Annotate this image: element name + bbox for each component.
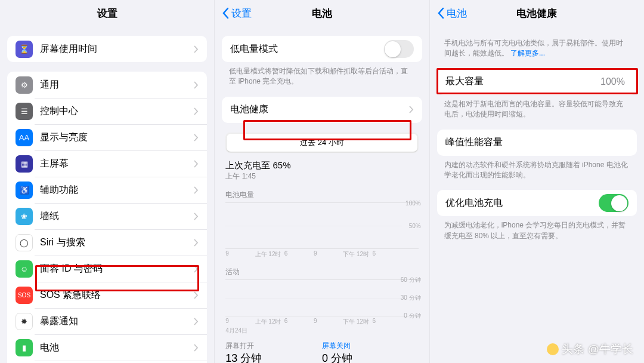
row-控制中心[interactable]: ☰控制中心 [7,98,207,124]
battery-icon: ▮ [16,339,33,356]
chevron-right-icon [194,107,199,115]
gear-icon: ⚙ [16,76,33,94]
hourglass-icon: ⏳ [16,41,33,58]
faceid-icon: ☺ [16,260,33,278]
back-to-settings[interactable]: 设置 [222,0,252,26]
row-optimized-charging[interactable]: 优化电池充电 [437,190,637,216]
last-charge-time: 上午 1:45 [215,171,429,182]
chevron-right-icon [194,160,199,168]
seg-last-24h[interactable]: 过去 24 小时 [227,134,417,152]
battery-level-chart: 100% 50% [225,202,418,249]
low-power-switch[interactable] [384,40,414,58]
row-battery-health[interactable]: 电池健康 [222,97,422,123]
screen-off-value: 0 分钟 [322,351,419,363]
max-capacity-note: 这是相对于新电池而言的电池容量。容量较低可能导致充电后，电池使用时间缩短。 [430,95,644,120]
health-intro: 手机电池与所有可充电电池类似，属于易耗部件。使用时间越长，能效越低。 了解更多.… [430,26,644,59]
text-size-icon: AA [16,129,33,146]
chevron-right-icon [194,186,199,194]
optimized-charging-note: 为减缓电池老化，iPhone 会学习您每日的充电模式，并暂缓充电至 80% 以上… [430,216,644,241]
grid-icon: ▦ [16,155,33,173]
wallpaper-icon: ❀ [16,208,33,225]
row-max-capacity[interactable]: 最大容量 100% [437,69,637,95]
screen-on-value: 13 分钟 [225,351,322,363]
watermark: 头条 @牛学长 [547,342,633,357]
time-range-segmented[interactable]: 过去 24 小时 [225,133,418,153]
chevron-right-icon [194,134,199,141]
battery-health-title: 电池健康 [516,7,557,20]
screen-off-label: 屏幕关闭 [322,341,419,351]
screen-on-label: 屏幕打开 [225,341,322,351]
row-隐私[interactable]: ✋隐私 [7,361,207,363]
optimized-charging-switch[interactable] [599,194,628,212]
siri-icon: ◯ [16,234,33,251]
chart-level-title: 电池电量 [225,190,418,200]
row-面容 ID 与密码[interactable]: ☺面容 ID 与密码 [7,256,207,282]
row-peak-performance[interactable]: 峰值性能容量 [437,130,637,156]
battery-title: 电池 [312,7,332,20]
chevron-right-icon [194,318,199,325]
low-power-note: 低电量模式将暂时降低如下载和邮件抓取等后台活动，直至 iPhone 完全充电。 [215,62,429,87]
chevron-right-icon [194,344,199,352]
row-显示与亮度[interactable]: AA显示与亮度 [7,124,207,150]
row-SOS 紧急联络[interactable]: SOSSOS 紧急联络 [7,282,207,308]
row-low-power-mode[interactable]: 低电量模式 [222,36,422,62]
back-to-battery[interactable]: 电池 [437,0,467,26]
chevron-right-icon [194,265,199,273]
chevron-right-icon [194,291,199,299]
row-墙纸[interactable]: ❀墙纸 [7,203,207,229]
activity-chart: 60 分钟 30 分钟 0 分钟 [225,279,418,316]
settings-title: 设置 [97,7,117,20]
max-capacity-value: 100% [600,76,625,87]
learn-more-link[interactable]: 了解更多... [510,49,545,57]
row-暴露通知[interactable]: ✸暴露通知 [7,308,207,334]
chevron-right-icon [409,106,414,113]
sos-icon: SOS [16,287,33,304]
chevron-right-icon [194,239,199,247]
chevron-right-icon [194,213,199,220]
row-电池[interactable]: ▮电池 [7,334,207,361]
chevron-right-icon [194,81,199,89]
last-charge-label: 上次充电至 65% [215,158,429,171]
row-通用[interactable]: ⚙通用 [7,72,207,98]
peak-note: 内建的动态软件和硬件系统将协助克服随着 iPhone 电池化学老化而出现的性能影… [430,156,644,181]
chart-activity-title: 活动 [225,267,418,277]
row-主屏幕[interactable]: ▦主屏幕 [7,150,207,177]
exposure-icon: ✸ [16,313,33,330]
switches-icon: ☰ [16,103,33,120]
row-screen-time[interactable]: ⏳ 屏幕使用时间 [7,36,207,62]
x-axis-date: 4月24日 [225,327,418,335]
row-Siri 与搜索[interactable]: ◯Siri 与搜索 [7,229,207,256]
chevron-right-icon [194,45,199,53]
row-辅助功能[interactable]: ♿辅助功能 [7,177,207,203]
accessibility-icon: ♿ [16,182,33,199]
watermark-icon [547,343,559,355]
